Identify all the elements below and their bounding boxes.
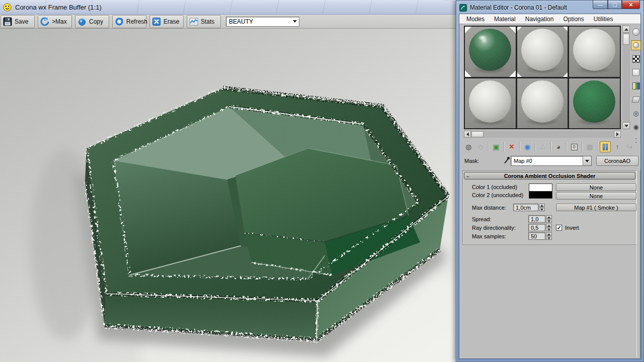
menu-material[interactable]: Material bbox=[494, 16, 516, 23]
material-slot[interactable] bbox=[517, 27, 568, 77]
assign-material-to-selection-icon[interactable]: ▣ bbox=[491, 141, 502, 152]
make-unique-icon[interactable]: ∴ bbox=[537, 141, 548, 152]
color1-map-button[interactable]: None bbox=[556, 184, 636, 191]
material-editor-title: Material Editor - Corona 01 - Default bbox=[470, 4, 567, 11]
put-material-to-scene-icon[interactable]: ◇ bbox=[475, 141, 486, 152]
menu-navigation[interactable]: Navigation bbox=[525, 16, 554, 23]
menu-utilities[interactable]: Utilities bbox=[594, 16, 613, 23]
color2-map-button[interactable]: None bbox=[556, 192, 636, 200]
close-button[interactable]: ✕ bbox=[622, 1, 640, 9]
select-by-material-icon[interactable]: ◉ bbox=[631, 122, 641, 132]
material-slot-active[interactable] bbox=[465, 27, 516, 77]
stats-label: Stats bbox=[201, 18, 214, 25]
send-to-max-button[interactable]: >Max bbox=[38, 15, 72, 28]
frame-buffer-title: Corona wx Frame Buffer (1:1) bbox=[15, 4, 102, 11]
stats-button[interactable]: Stats bbox=[187, 15, 221, 28]
make-material-copy-icon[interactable]: ◉ bbox=[522, 141, 533, 152]
spread-field[interactable]: 1,0 bbox=[528, 215, 545, 223]
color2-swatch[interactable] bbox=[529, 191, 552, 199]
max-distance-spinner[interactable] bbox=[539, 204, 545, 211]
show-end-result-icon[interactable] bbox=[600, 141, 611, 152]
max-distance-label: Max distance: bbox=[472, 205, 506, 211]
background-checker-icon[interactable] bbox=[631, 54, 641, 64]
reset-map-icon[interactable]: × bbox=[506, 141, 517, 152]
scroll-right-button[interactable] bbox=[614, 131, 621, 138]
color1-label: Color 1 (occluded) bbox=[472, 184, 517, 190]
map-type-button[interactable]: CoronaAO bbox=[596, 156, 638, 166]
max-samples-spinner[interactable] bbox=[546, 232, 552, 240]
frame-buffer-titlebar[interactable]: Corona wx Frame Buffer (1:1) bbox=[0, 0, 459, 15]
sample-tools-column: ◎ ◉ ⁚ bbox=[630, 27, 641, 145]
slots-horizontal-scrollbar[interactable] bbox=[464, 131, 621, 138]
erase-icon bbox=[152, 17, 161, 26]
frame-buffer-window: Corona wx Frame Buffer (1:1) Save >Max bbox=[0, 0, 459, 362]
mask-label: Mask: bbox=[464, 158, 479, 164]
max-distance-field[interactable]: 1,0cm bbox=[513, 204, 538, 211]
sample-sphere-green-glossy bbox=[469, 29, 511, 71]
3dsmax-app-icon bbox=[459, 4, 467, 12]
rollout-header[interactable]: - Corona Ambient Occlusion Shader bbox=[464, 172, 635, 179]
scroll-thumb[interactable] bbox=[471, 131, 484, 137]
slots-vertical-scrollbar[interactable] bbox=[622, 26, 630, 129]
refresh-button[interactable]: Refresh bbox=[112, 15, 146, 28]
backlight-icon[interactable] bbox=[631, 40, 641, 50]
rollout-collapse-icon[interactable]: - bbox=[467, 173, 469, 179]
map-toolbar: ◍ ◇ ▣ × ◉ ∴ ◕ 0 ▦ ↑ ↪ bbox=[463, 141, 635, 153]
invert-checkbox[interactable]: ✓ bbox=[556, 225, 562, 231]
go-to-parent-icon[interactable]: ↑ bbox=[612, 141, 623, 152]
rollout-title: Corona Ambient Occlusion Shader bbox=[504, 173, 596, 179]
render-viewport bbox=[0, 29, 459, 362]
ray-directionality-label: Ray directionality: bbox=[472, 225, 516, 231]
scroll-up-button[interactable] bbox=[622, 26, 630, 33]
ray-directionality-field[interactable]: 0,5 bbox=[528, 224, 545, 231]
video-color-check-icon[interactable] bbox=[631, 81, 641, 91]
sample-sphere-gray bbox=[521, 29, 564, 71]
go-forward-to-sibling-icon[interactable]: ↪ bbox=[624, 141, 635, 152]
options-icon[interactable]: ◎ bbox=[631, 108, 641, 118]
material-slot[interactable] bbox=[569, 27, 620, 77]
scroll-down-button[interactable] bbox=[622, 122, 630, 129]
make-preview-icon[interactable] bbox=[631, 95, 641, 105]
chevron-down-icon[interactable] bbox=[583, 156, 591, 165]
material-slot[interactable] bbox=[569, 78, 620, 129]
sample-type-sphere-icon[interactable] bbox=[631, 27, 641, 37]
save-label: Save bbox=[15, 18, 28, 25]
max-samples-field[interactable]: 50 bbox=[528, 232, 545, 240]
corona-ao-rollout: - Corona Ambient Occlusion Shader Color … bbox=[462, 170, 637, 245]
eyedropper-icon[interactable] bbox=[503, 156, 511, 165]
minimize-button[interactable]: — bbox=[593, 1, 608, 9]
spread-spinner[interactable] bbox=[546, 215, 552, 223]
copy-orb-icon bbox=[77, 17, 87, 26]
scroll-left-button[interactable] bbox=[464, 131, 471, 138]
smiley-icon bbox=[3, 3, 12, 12]
save-button[interactable]: Save bbox=[1, 15, 35, 28]
rollout-scroll-gutter[interactable] bbox=[636, 170, 640, 357]
get-material-icon[interactable]: ◍ bbox=[463, 141, 474, 152]
max-label: >Max bbox=[52, 18, 67, 25]
frame-buffer-toolbar: Save >Max Copy Refresh bbox=[0, 15, 459, 29]
ray-directionality-spinner[interactable] bbox=[546, 224, 552, 231]
mask-map-combobox[interactable]: Map #0 bbox=[511, 156, 592, 166]
show-shaded-in-viewport-icon[interactable]: ▦ bbox=[584, 141, 595, 152]
max-arrow-icon bbox=[40, 17, 49, 26]
refresh-label: Refresh bbox=[126, 18, 147, 25]
scroll-thumb[interactable] bbox=[623, 34, 629, 45]
material-slot[interactable] bbox=[465, 78, 516, 129]
material-slot[interactable] bbox=[517, 78, 568, 129]
menu-modes[interactable]: Modes bbox=[466, 16, 485, 23]
material-id-channel-icon[interactable]: 0 bbox=[569, 141, 580, 152]
sample-sphere-gray bbox=[521, 80, 564, 123]
chevron-down-icon[interactable] bbox=[291, 17, 299, 26]
spread-label: Spread: bbox=[472, 216, 492, 222]
maximize-button[interactable]: ▢ bbox=[608, 1, 622, 9]
sample-uv-tiling-icon[interactable] bbox=[631, 67, 641, 77]
put-to-library-icon[interactable]: ◕ bbox=[553, 141, 564, 152]
max-distance-map-button[interactable]: Map #1 ( Smoke ) bbox=[556, 204, 636, 211]
color1-swatch[interactable] bbox=[529, 184, 552, 191]
menu-options[interactable]: Options bbox=[563, 16, 584, 23]
material-sample-slots bbox=[464, 26, 621, 129]
sample-sphere-gray bbox=[469, 80, 511, 123]
render-channel-combobox[interactable]: BEAUTY bbox=[226, 17, 299, 27]
copy-button[interactable]: Copy bbox=[75, 15, 109, 28]
erase-button[interactable]: Erase bbox=[149, 15, 184, 28]
